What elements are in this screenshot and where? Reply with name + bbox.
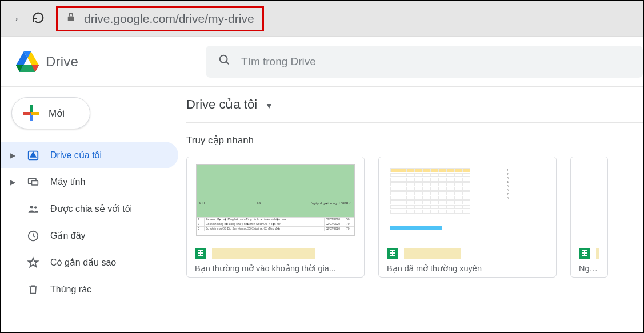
svg-line-2	[226, 61, 229, 64]
sidebar-item-label: Có gắn dấu sao	[50, 257, 116, 268]
new-button-label: Mới	[49, 107, 65, 119]
lock-icon	[66, 11, 76, 26]
browser-toolbar: → drive.google.com/drive/my-drive	[1, 1, 643, 37]
card-footer: Bạn thường mở vào khoảng thời gia...	[187, 243, 364, 277]
breadcrumb-label: Drive của tôi	[186, 97, 257, 112]
search-placeholder: Tìm trong Drive	[241, 55, 316, 68]
content-area: Drive của tôi ▼ Truy cập nhanh STTBàiNgà…	[178, 87, 643, 332]
shared-icon	[26, 202, 40, 216]
search-bar[interactable]: Tìm trong Drive	[206, 46, 643, 78]
computers-icon	[26, 175, 40, 189]
svg-point-1	[220, 55, 227, 62]
url-highlight-box: drive.google.com/drive/my-drive	[56, 6, 264, 31]
sidebar-item-label: Được chia sẻ với tôi	[50, 203, 132, 214]
search-icon	[218, 54, 231, 70]
quick-card[interactable]: 12345678 Bạn đã mở thường xuyên	[378, 157, 557, 278]
plus-icon	[23, 105, 39, 121]
sidebar-list: ▶ Drive của tôi ▶ Máy tính ▶ Được chia s…	[1, 142, 178, 303]
sidebar-item-recent[interactable]: ▶ Gần đây	[1, 222, 178, 249]
card-title-redacted	[212, 248, 315, 259]
app-name: Drive	[46, 54, 78, 70]
sidebar-item-trash[interactable]: ▶ Thùng rác	[1, 276, 178, 303]
svg-rect-5	[32, 180, 38, 185]
card-title-redacted	[404, 248, 461, 259]
card-thumbnail	[571, 157, 607, 243]
sidebar-item-label: Thùng rác	[50, 284, 91, 295]
card-subtitle: Người chỉnh	[579, 264, 599, 273]
quick-card[interactable]: STTBàiNgày duyệt xongTháng 7 1Review: Mẹ…	[186, 157, 365, 278]
sidebar: Mới ▶ Drive của tôi ▶ Máy tính ▶	[1, 87, 178, 332]
svg-point-7	[34, 206, 37, 208]
sidebar-item-computers[interactable]: ▶ Máy tính	[1, 168, 178, 195]
forward-arrow-icon[interactable]: →	[8, 11, 21, 26]
quick-access-title: Truy cập nhanh	[186, 134, 643, 146]
main-area: Mới ▶ Drive của tôi ▶ Máy tính ▶	[1, 87, 643, 332]
logo-area[interactable]: Drive	[16, 51, 206, 72]
sidebar-item-shared[interactable]: ▶ Được chia sẻ với tôi	[1, 195, 178, 222]
quick-card[interactable]: Người chỉnh	[570, 157, 608, 278]
sheets-icon	[579, 248, 590, 259]
sidebar-item-my-drive[interactable]: ▶ Drive của tôi	[1, 142, 178, 168]
sheets-icon	[195, 248, 206, 259]
trash-icon	[26, 283, 40, 296]
card-thumbnail: 12345678	[379, 157, 556, 243]
clock-icon	[26, 229, 40, 243]
card-subtitle: Bạn thường mở vào khoảng thời gia...	[195, 264, 356, 273]
chevron-down-icon: ▼	[265, 101, 273, 110]
app-header: Drive Tìm trong Drive	[1, 37, 643, 87]
card-title-redacted	[596, 248, 599, 259]
drive-icon	[26, 149, 40, 162]
card-footer: Người chỉnh	[571, 243, 607, 277]
chevron-right-icon[interactable]: ▶	[9, 178, 16, 186]
svg-point-6	[30, 206, 33, 208]
drive-logo-icon	[16, 51, 39, 72]
card-subtitle: Bạn đã mở thường xuyên	[387, 264, 548, 273]
breadcrumb[interactable]: Drive của tôi ▼	[186, 95, 643, 123]
url-text[interactable]: drive.google.com/drive/my-drive	[84, 12, 254, 26]
sidebar-item-label: Máy tính	[50, 177, 85, 187]
sidebar-item-starred[interactable]: ▶ Có gắn dấu sao	[1, 249, 178, 276]
sidebar-item-label: Drive của tôi	[50, 150, 102, 161]
svg-rect-0	[68, 17, 74, 21]
card-thumbnail: STTBàiNgày duyệt xongTháng 7 1Review: Mẹ…	[187, 157, 364, 243]
card-footer: Bạn đã mở thường xuyên	[379, 243, 556, 277]
reload-icon[interactable]	[32, 11, 45, 26]
chevron-right-icon[interactable]: ▶	[9, 151, 16, 159]
star-icon	[26, 256, 40, 270]
new-button[interactable]: Mới	[11, 97, 90, 129]
sheets-icon	[387, 248, 398, 259]
quick-access-cards: STTBàiNgày duyệt xongTháng 7 1Review: Mẹ…	[186, 157, 643, 278]
sidebar-item-label: Gần đây	[50, 230, 86, 241]
